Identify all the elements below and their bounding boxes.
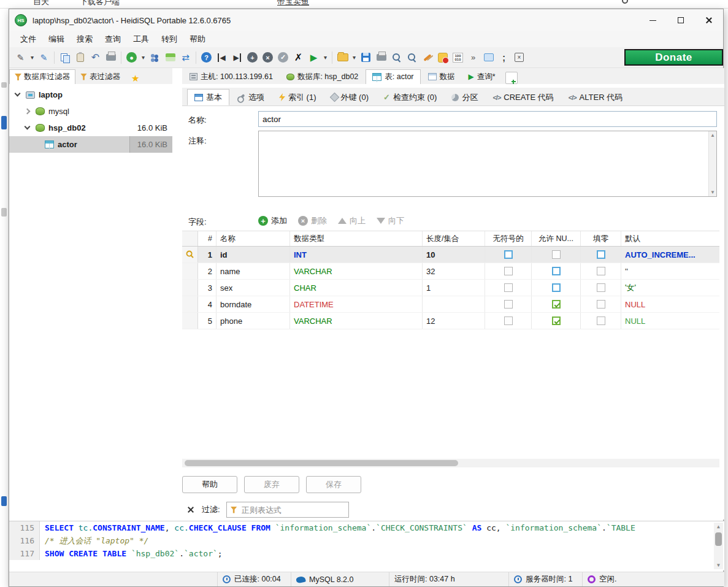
tree-item-mysql[interactable]: mysql <box>9 103 172 120</box>
zerofill-checkbox[interactable] <box>597 300 605 309</box>
tab-query[interactable]: ▶ 查询* <box>462 69 502 84</box>
menu-edit[interactable]: 编辑 <box>42 32 71 47</box>
close-filter-icon[interactable] <box>187 506 194 513</box>
find-replace-icon[interactable] <box>405 50 419 64</box>
col-allow-null[interactable]: 允许 NU... <box>532 231 581 246</box>
clean-icon[interactable] <box>420 50 434 64</box>
tab-create-code[interactable]: </> CREATE 代码 <box>486 89 560 106</box>
comment-scrollbar[interactable]: ▲ ▼ <box>708 131 716 196</box>
chevron-right-icon[interactable] <box>25 109 31 115</box>
col-name[interactable]: 名称 <box>216 231 290 246</box>
edit-pen-icon[interactable]: ✎ <box>13 50 28 64</box>
filter-input[interactable] <box>242 505 340 515</box>
session-manager-icon[interactable] <box>163 50 177 64</box>
table-comment-textarea[interactable]: ▲ ▼ <box>258 131 717 197</box>
zerofill-checkbox[interactable] <box>597 317 605 325</box>
tab-table-filter[interactable]: 表过滤器 <box>75 69 125 84</box>
menu-search[interactable]: 搜索 <box>71 32 99 47</box>
tab-database-filter[interactable]: 数据库过滤器 <box>9 69 75 84</box>
scroll-down-icon[interactable]: ▼ <box>717 561 720 569</box>
unsigned-checkbox[interactable] <box>504 317 513 325</box>
zerofill-checkbox[interactable] <box>597 250 605 259</box>
save-button[interactable]: 保存 <box>306 476 361 493</box>
cancel-record-icon[interactable]: × <box>261 50 275 64</box>
save-icon[interactable] <box>359 50 373 64</box>
copy-icon[interactable] <box>58 50 72 64</box>
clear-grid-icon[interactable]: × <box>512 50 526 64</box>
remove-field-button[interactable]: × 删除 <box>298 215 327 226</box>
paste-icon[interactable] <box>73 50 87 64</box>
menu-query[interactable]: 查询 <box>99 32 127 47</box>
maximize-button[interactable] <box>667 9 695 31</box>
move-up-button[interactable]: 向上 <box>338 215 366 226</box>
browser-tab[interactable]: 帝宝卖鱼 <box>277 0 309 7</box>
pen-dropdown-icon[interactable]: ▾ <box>29 50 36 64</box>
menu-tools[interactable]: 工具 <box>127 32 155 47</box>
open-file-icon[interactable] <box>335 50 350 64</box>
favorites-star-icon[interactable]: ★ <box>131 73 139 84</box>
indent-icon[interactable]: » <box>466 50 480 64</box>
zerofill-checkbox[interactable] <box>597 283 605 292</box>
tab-host[interactable]: 主机: 100.113.199.61 <box>183 69 279 84</box>
connect-dropdown-icon[interactable]: ▾ <box>140 50 147 64</box>
field-row-id[interactable]: 1 id INT 10 AUTO_INCREME... <box>182 247 719 263</box>
disconnect-icon[interactable]: ● <box>125 50 139 64</box>
search-icon[interactable] <box>622 0 628 4</box>
last-record-icon[interactable]: ▶ <box>230 50 244 64</box>
donate-button[interactable]: Donate <box>624 49 723 66</box>
run-query-icon[interactable]: ▶ <box>307 50 321 64</box>
field-row-phone[interactable]: 5 phone VARCHAR 12 NULL <box>182 313 719 329</box>
scroll-up-icon[interactable]: ▲ <box>717 523 720 531</box>
unsigned-checkbox[interactable] <box>504 283 513 292</box>
help-icon[interactable]: ? <box>199 50 213 64</box>
post-record-icon[interactable]: ✓ <box>276 50 290 64</box>
zerofill-checkbox[interactable] <box>597 267 605 275</box>
col-number[interactable]: # <box>198 231 216 246</box>
field-row-sex[interactable]: 3 sex CHAR 1 '女' <box>182 280 719 296</box>
sql-log[interactable]: 115 SELECT tc.CONSTRAINT_NAME, cc.CHECK_… <box>9 521 724 570</box>
col-zerofill[interactable]: 填零 <box>581 231 621 246</box>
undo-icon[interactable]: ↶ <box>88 50 102 64</box>
col-unsigned[interactable]: 无符号的 <box>485 231 532 246</box>
discard-button[interactable]: 废弃 <box>244 476 299 493</box>
refresh-swap-icon[interactable]: ⇄ <box>178 50 193 64</box>
chevron-down-icon[interactable] <box>15 91 21 97</box>
insert-record-icon[interactable]: + <box>245 50 259 64</box>
unsigned-checkbox[interactable] <box>504 300 513 309</box>
menu-file[interactable]: 文件 <box>14 32 42 47</box>
browser-tab[interactable]: 自天 <box>33 0 49 7</box>
scroll-up-icon[interactable]: ▲ <box>710 131 715 139</box>
unsigned-checkbox[interactable] <box>504 267 513 275</box>
help-button[interactable]: 帮助 <box>182 476 237 493</box>
tab-check-constraints[interactable]: ✓ 检查约束 (0) <box>377 89 443 106</box>
delete-record-icon[interactable]: ✗ <box>291 50 305 64</box>
col-length[interactable]: 长度/集合 <box>423 231 485 246</box>
tree-item-laptop[interactable]: laptop <box>9 86 172 103</box>
find-icon[interactable] <box>389 50 404 64</box>
warning-badge-icon[interactable] <box>435 50 450 64</box>
col-datatype[interactable]: 数据类型 <box>290 231 423 246</box>
scroll-down-icon[interactable]: ▼ <box>710 188 715 196</box>
allow-null-checkbox[interactable] <box>552 283 561 292</box>
scrollbar-thumb[interactable] <box>715 532 722 546</box>
chevron-down-icon[interactable] <box>25 124 31 130</box>
tab-data[interactable]: 数据 <box>422 69 461 84</box>
tab-database[interactable]: 数据库: hsp_db02 <box>280 69 364 84</box>
tab-options[interactable]: 选项 <box>231 89 271 106</box>
binary-view-icon[interactable]: 100010 <box>451 50 465 64</box>
grid-horizontal-scrollbar[interactable] <box>182 459 719 467</box>
user-manager-icon[interactable] <box>148 50 162 64</box>
allow-null-checkbox[interactable] <box>552 250 561 259</box>
semicolon-icon[interactable]: ; <box>497 50 511 64</box>
tab-indexes[interactable]: 索引 (1) <box>272 89 323 106</box>
tab-alter-code[interactable]: </> ALTER 代码 <box>562 89 629 106</box>
close-button[interactable] <box>695 9 723 31</box>
tab-table[interactable]: 表: actor <box>366 69 420 84</box>
reformat-sql-icon[interactable] <box>481 50 496 64</box>
scrollbar-thumb[interactable] <box>185 460 458 466</box>
menu-help[interactable]: 帮助 <box>183 32 212 47</box>
log-scrollbar[interactable]: ▲ ▼ <box>714 523 723 569</box>
add-field-button[interactable]: + 添加 <box>258 215 287 226</box>
allow-null-checkbox[interactable] <box>552 300 561 309</box>
print-results-icon[interactable] <box>374 50 388 64</box>
